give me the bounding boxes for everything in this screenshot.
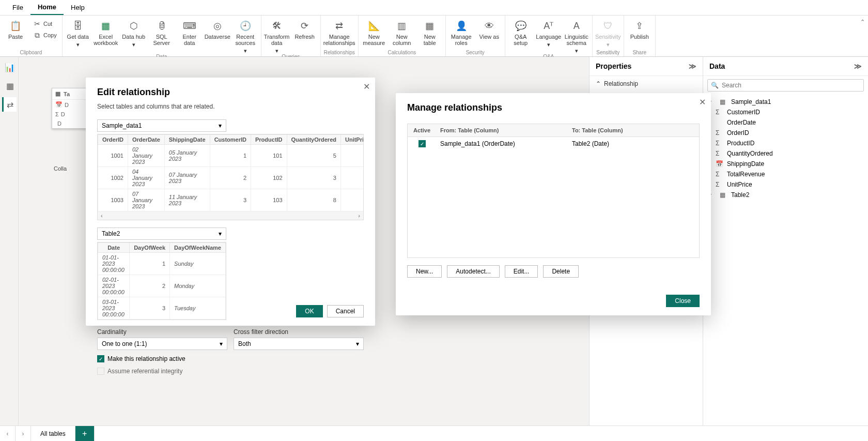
- publish-icon: ⇪: [633, 20, 646, 32]
- active-checkbox[interactable]: ✓: [97, 355, 104, 362]
- excel-workbook-button[interactable]: ▦Excel workbook: [94, 18, 118, 46]
- relationship-row[interactable]: ✓ Sample_data1 (OrderDate) Table2 (Date): [408, 137, 699, 150]
- publish-button[interactable]: ⇪Publish: [627, 18, 652, 40]
- linguistic-schema-button[interactable]: ALinguistic schema▾: [564, 18, 589, 54]
- chevron-up-icon: ⌃: [596, 80, 601, 87]
- tree-field[interactable]: 📅ShippingDate: [703, 159, 868, 169]
- chevron-down-icon: ▾: [575, 48, 578, 54]
- close-icon[interactable]: ✕: [363, 82, 370, 92]
- dialog-title: Manage relationships: [407, 102, 700, 113]
- collapse-link[interactable]: Colla: [54, 165, 67, 172]
- tree-field[interactable]: OrderDate: [703, 117, 868, 128]
- tree-field[interactable]: ΣTotalRevenue: [703, 169, 868, 179]
- field-icon: 📅: [716, 160, 724, 168]
- manage-roles-button[interactable]: 👤Manage roles: [449, 18, 474, 46]
- chevron-down-icon: ▾: [219, 122, 222, 129]
- copy-button[interactable]: ⧉Copy: [31, 30, 59, 40]
- enter-data-button[interactable]: ⌨Enter data: [177, 18, 202, 46]
- cardinality-select[interactable]: One to one (1:1)▾: [97, 338, 227, 350]
- canvas-table-card[interactable]: ▦Ta 📅D ΣD D: [52, 88, 88, 129]
- edit-relationship-dialog: ✕ Edit relationship Select tables and co…: [86, 78, 375, 326]
- cell: 20: [340, 145, 364, 167]
- refresh-button[interactable]: ⟳Refresh: [292, 18, 317, 40]
- ok-button[interactable]: OK: [296, 305, 322, 317]
- scroll-left-button[interactable]: ‹: [101, 212, 103, 219]
- refintegrity-checkbox: [97, 368, 104, 375]
- tab-next-button[interactable]: ›: [16, 426, 31, 441]
- cancel-button[interactable]: Cancel: [327, 305, 364, 317]
- new-button[interactable]: New...: [407, 265, 442, 278]
- tab-all-tables[interactable]: All tables: [31, 426, 75, 441]
- search-input[interactable]: [722, 82, 860, 89]
- tree-field[interactable]: ΣProductID: [703, 138, 868, 148]
- new-table-button[interactable]: ▦New table: [417, 18, 442, 46]
- cell: 15: [340, 167, 364, 189]
- view-as-button[interactable]: 👁View as: [477, 18, 502, 40]
- data-view-button[interactable]: ▦: [2, 79, 17, 93]
- tree-field[interactable]: ΣCustomerID: [703, 107, 868, 117]
- crossfilter-select[interactable]: Both▾: [234, 338, 364, 350]
- get-data-button[interactable]: 🗄Get data▾: [66, 18, 90, 48]
- cell: 1003: [98, 189, 128, 211]
- close-icon[interactable]: ✕: [699, 97, 706, 107]
- cardinality-label: Cardinality: [97, 328, 227, 336]
- row-active-checkbox[interactable]: ✓: [419, 140, 426, 147]
- cell: 5: [287, 145, 340, 167]
- tree-table[interactable]: ▾▦Table2: [703, 190, 868, 200]
- properties-relationship-section[interactable]: ⌃ Relationship: [590, 76, 703, 92]
- report-view-button[interactable]: 📊: [2, 60, 17, 74]
- row-from-cell: Sample_data1 (OrderDate): [436, 137, 568, 150]
- new-column-button[interactable]: ▥New column: [390, 18, 414, 46]
- menu-help[interactable]: Help: [64, 1, 92, 14]
- menu-file[interactable]: File: [5, 1, 30, 14]
- table1-select[interactable]: Sample_data1▾: [97, 119, 226, 132]
- menu-home[interactable]: Home: [30, 0, 64, 15]
- close-button[interactable]: Close: [666, 295, 700, 307]
- copy-icon: ⧉: [33, 31, 41, 39]
- table2-select[interactable]: Table2▾: [97, 227, 226, 240]
- data-hub-button[interactable]: ⬡Data hub▾: [121, 18, 146, 48]
- group-share-label: Share: [627, 50, 652, 56]
- new-measure-button[interactable]: 📐New measure: [362, 18, 386, 46]
- cut-icon: ✂: [33, 20, 41, 28]
- scroll-right-button[interactable]: ›: [358, 212, 360, 219]
- expand-icon[interactable]: ≫: [689, 62, 696, 70]
- clipboard-icon: 📋: [9, 20, 22, 32]
- field-icon: Σ: [716, 150, 724, 157]
- search-input-wrapper[interactable]: 🔍: [707, 79, 864, 92]
- relationship-icon: ⇄: [333, 20, 346, 32]
- manage-relationships-button[interactable]: ⇄Manage relationships: [327, 18, 352, 46]
- expand-icon[interactable]: ≫: [854, 62, 862, 70]
- refresh-icon: ⟳: [299, 20, 311, 32]
- col-header: OrderID: [98, 135, 128, 145]
- delete-button[interactable]: Delete: [543, 265, 579, 278]
- group-sensitivity-label: Sensitivity: [596, 50, 621, 56]
- tree-field[interactable]: ΣQuantityOrdered: [703, 148, 868, 159]
- model-view-button[interactable]: ⇄: [2, 97, 17, 112]
- transform-data-button[interactable]: 🛠Transform data▾: [265, 18, 289, 54]
- col-header: DayOfWeekName: [170, 243, 226, 253]
- language-button[interactable]: AᵀLanguage▾: [536, 18, 561, 48]
- tree-table[interactable]: ▾▦Sample_data1: [703, 97, 868, 107]
- cut-button[interactable]: ✂Cut: [31, 19, 59, 29]
- language-icon: Aᵀ: [542, 20, 555, 32]
- schema-icon: A: [570, 20, 583, 32]
- dataverse-button[interactable]: ◎Dataverse: [205, 18, 230, 40]
- add-tab-button[interactable]: +: [75, 426, 95, 441]
- recent-sources-button[interactable]: 🕘Recent sources▾: [233, 18, 258, 54]
- tree-field[interactable]: ΣUnitPrice: [703, 179, 868, 190]
- edit-button[interactable]: Edit...: [505, 265, 538, 278]
- cell: 8: [287, 189, 340, 211]
- paste-button[interactable]: 📋Paste: [3, 18, 28, 40]
- cell: Sunday: [170, 253, 226, 275]
- tab-prev-button[interactable]: ‹: [0, 426, 16, 441]
- active-checkbox-label: Make this relationship active: [107, 355, 185, 362]
- recent-icon: 🕘: [239, 20, 252, 32]
- tree-field[interactable]: ΣOrderID: [703, 128, 868, 138]
- ribbon-collapse-button[interactable]: ⌃: [857, 16, 868, 28]
- sql-server-button[interactable]: 🛢SQL Server: [149, 18, 174, 46]
- autodetect-button[interactable]: Autodetect...: [447, 265, 499, 278]
- qa-setup-button[interactable]: 💬Q&A setup: [508, 18, 533, 46]
- field-icon: Σ: [716, 181, 724, 188]
- sensitivity-button[interactable]: 🛡Sensitivity▾: [596, 18, 621, 48]
